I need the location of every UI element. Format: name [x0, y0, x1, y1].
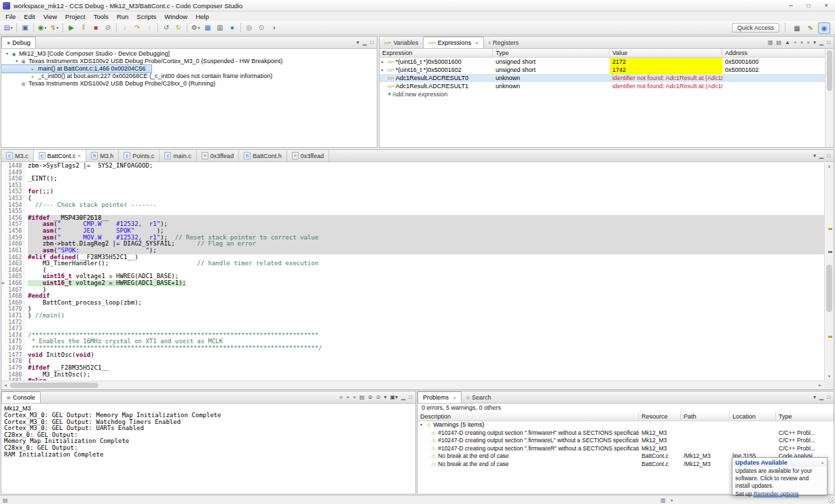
menu-help[interactable]: Help [191, 12, 213, 21]
maximize-button[interactable]: □ [800, 1, 817, 11]
notification-body[interactable]: Updates are available for your software.… [732, 467, 827, 490]
code-line[interactable]: 1461 asm("SPOK: "); [1, 248, 824, 254]
breakpoints-view-icon[interactable]: ● [227, 22, 238, 34]
view-menu-icon[interactable]: ▾ [813, 395, 816, 400]
overview-marker[interactable] [828, 336, 832, 338]
column-header-path[interactable]: Path [681, 412, 730, 421]
code-line[interactable]: 1476 ***********************************… [1, 345, 824, 352]
maximize-icon[interactable]: □ [370, 40, 373, 45]
reminder-options-link[interactable]: Reminder options [754, 490, 799, 497]
tree-expand-icon[interactable]: ▸ [382, 58, 386, 66]
new-file-icon[interactable]: ▤▾ [3, 22, 14, 34]
expression-row[interactable]: (x)=Adc1Result.ADCRESULT1unknownidentifi… [379, 82, 834, 90]
scrollbar-left-icon[interactable]: ◄ [1, 381, 10, 389]
tab-problems[interactable]: Problems× [418, 391, 462, 403]
code-line[interactable]: 1468#endif [1, 293, 824, 300]
maximize-icon[interactable]: □ [827, 395, 830, 400]
debug-tree-row[interactable]: ▾◉Mk12_M3 [Code Composer Studio - Device… [1, 50, 175, 58]
menu-view[interactable]: View [39, 12, 61, 21]
tab-list-icon[interactable]: ▾ [813, 153, 816, 159]
maximize-icon[interactable]: □ [409, 395, 412, 400]
code-line[interactable]: 1464 { [1, 267, 824, 274]
scrollbar-thumb[interactable] [827, 50, 832, 91]
maximize-icon[interactable]: □ [827, 40, 830, 45]
add-expression-icon[interactable]: + [794, 40, 797, 45]
resize-grip[interactable] [828, 497, 834, 503]
code-line[interactable]: 1453{ [1, 195, 824, 202]
code-line[interactable]: 1475 * Enables the 16MHz crystal on XT1 … [1, 338, 824, 345]
code-line[interactable]: 1451 [1, 182, 824, 189]
close-icon[interactable]: × [475, 40, 479, 46]
code-line[interactable]: 1470} [1, 306, 824, 313]
registers-view-icon[interactable]: ▥ [215, 22, 225, 34]
code-line[interactable]: 1478{ [1, 358, 824, 365]
debug-tree-row[interactable]: ▾▣Texas Instruments XDS100v2 USB Debug P… [1, 58, 288, 65]
editor-tab-battcont-h[interactable]: hBattCont.h [239, 150, 287, 161]
overview-marker[interactable] [828, 251, 832, 253]
tab-expressions[interactable]: (x)=Expressions× [423, 37, 483, 48]
column-header-type[interactable]: Type [776, 412, 834, 421]
view-menu-icon[interactable]: ▾ [813, 40, 816, 45]
quick-access-button[interactable]: Quick Access [732, 23, 779, 33]
step-into-icon[interactable]: ↓ [119, 22, 130, 34]
minimize-icon[interactable]: ▁ [819, 40, 823, 45]
column-header-expression[interactable]: Expression [379, 49, 493, 57]
code-line[interactable]: 1462#elif defined(__F28M35H52C1__) [1, 254, 824, 261]
code-line[interactable]: 1454 //--- Check stack pointer ------- [1, 202, 824, 209]
tab-search[interactable]: ◎Search [462, 391, 496, 403]
code-line[interactable]: 1473 [1, 326, 824, 332]
build-icon[interactable]: ⚙▾ [190, 22, 201, 34]
notification-title[interactable]: Updates Available [735, 459, 787, 466]
status-tray-icon[interactable]: ▤ [3, 497, 8, 503]
display-console-icon[interactable]: ▾ [384, 395, 386, 400]
scrollbar-down-icon[interactable]: ▼ [825, 373, 834, 381]
pin-icon[interactable]: ⊙ [256, 22, 267, 34]
flash-icon[interactable]: ↯▾ [49, 22, 60, 34]
code-line[interactable]: 1458 asm(" JEQ SPOK" ); [1, 228, 824, 235]
overview-marker[interactable] [828, 228, 832, 230]
remove-launch-icon[interactable]: × [346, 395, 350, 400]
tab-debug[interactable]: ◉ Debug [1, 37, 36, 48]
code-line[interactable]: 1456#ifdef __MSP430F2618__ [1, 215, 824, 222]
ccs-edit-perspective-icon[interactable]: ✎ [804, 22, 817, 34]
code-line[interactable]: 1460 zbm->batt.DiagReg2 |= DIAG2_SYSFAIL… [1, 241, 824, 248]
editor-vertical-scrollbar[interactable]: ▲ ▼ [824, 163, 834, 381]
open-console-icon[interactable]: ▣▾ [390, 395, 398, 400]
expression-row[interactable]: ▸(x)=*(uint16_t *)0x50001602unsigned sho… [379, 66, 834, 74]
tree-expand-icon[interactable]: ▾ [4, 50, 10, 58]
status-console-icon[interactable]: ▥ [661, 497, 666, 503]
restart-icon[interactable]: ↺ [161, 22, 172, 34]
refresh-icon[interactable]: ↻ [173, 22, 184, 34]
code-line[interactable]: 1471} //main() [1, 313, 824, 319]
step-over-icon[interactable]: ↷ [132, 22, 143, 34]
minimize-icon[interactable]: ▁ [363, 40, 367, 45]
menu-project[interactable]: Project [61, 12, 90, 21]
expression-row[interactable]: (x)=Adc1Result.ADCRESULT0unknownidentifi… [379, 74, 834, 82]
tree-expand-icon[interactable]: ▾ [14, 58, 20, 65]
code-line[interactable]: 1463 M3_TimerHandler(); // handle timer … [1, 260, 824, 267]
save-icon[interactable]: ▣ [20, 22, 31, 34]
code-line[interactable]: 1448zbm->SysFlags2 |= SYS2_INFOAGOOD; [1, 163, 824, 170]
code-line[interactable]: 1457 asm(" CMP.W #12532, r1"); [1, 221, 824, 228]
show-logical-structure-icon[interactable]: ▤ [776, 40, 781, 45]
close-icon[interactable]: × [821, 460, 824, 466]
minimize-icon[interactable]: ▁ [401, 395, 405, 400]
menu-scripts[interactable]: Scripts [132, 12, 160, 21]
column-header-description[interactable]: Description [418, 412, 639, 421]
menu-tools[interactable]: Tools [90, 12, 113, 21]
code-line[interactable]: 1455 [1, 208, 824, 215]
close-icon[interactable]: × [453, 395, 456, 401]
debug-tree-row[interactable]: ▣Texas Instruments XDS100v2 USB Debug Pr… [1, 80, 221, 88]
tab-registers[interactable]: ≡Registers [484, 37, 524, 48]
tree-expand-icon[interactable]: ▸ [382, 66, 386, 74]
collapse-all-icon[interactable]: ▲ [785, 40, 790, 45]
code-line[interactable]: 1467 } [1, 287, 824, 294]
column-header-address[interactable]: Address [722, 49, 834, 57]
close-icon[interactable]: × [78, 153, 81, 159]
problem-row[interactable]: ⚠#10247-D creating output section ".firm… [418, 429, 834, 438]
code-line[interactable]: 1450_EINT(); [1, 176, 824, 182]
code-line[interactable]: 1477void InitOsc(void) [1, 352, 824, 359]
view-menu-icon[interactable]: ▾ [356, 40, 359, 45]
maximize-icon[interactable]: □ [827, 153, 830, 159]
code-editor[interactable]: 1448zbm->SysFlags2 |= SYS2_INFOAGOOD;144… [1, 163, 824, 381]
